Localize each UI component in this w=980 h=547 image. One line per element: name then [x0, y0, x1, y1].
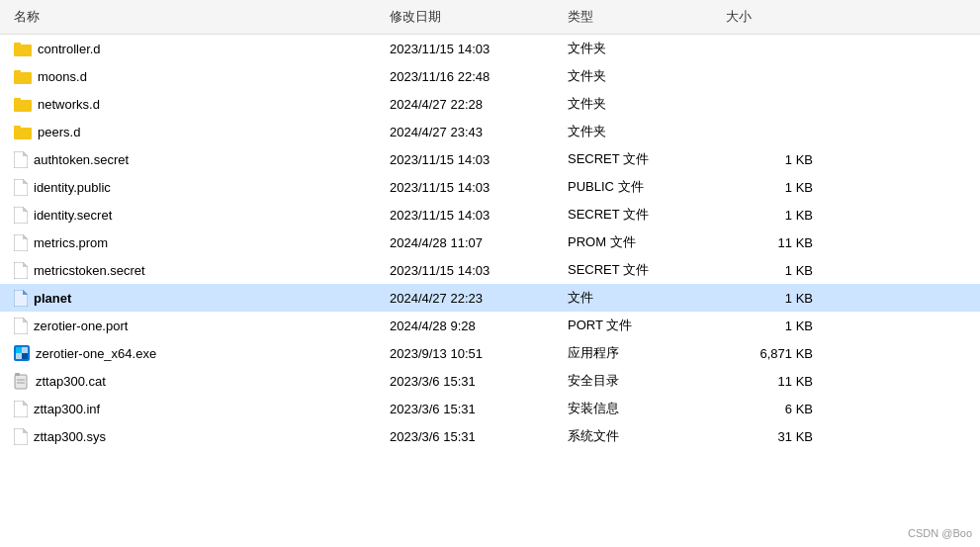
file-type-cell: 文件夹	[562, 38, 720, 59]
table-row[interactable]: metricstoken.secret2023/11/15 14:03SECRE…	[0, 256, 980, 284]
file-size-cell: 31 KB	[720, 427, 819, 446]
file-type-cell: PROM 文件	[562, 231, 720, 253]
svg-marker-18	[14, 290, 28, 307]
file-name-cell: zerotier-one_x64.exe	[8, 343, 384, 363]
file-size-cell	[720, 102, 819, 106]
file-size-cell: 1 KB	[720, 150, 819, 169]
svg-marker-14	[14, 234, 28, 251]
file-icon	[14, 262, 28, 279]
svg-rect-23	[16, 347, 22, 353]
file-size-cell: 1 KB	[720, 261, 819, 280]
file-name-label: zerotier-one.port	[34, 319, 128, 333]
file-date-cell: 2023/9/13 10:51	[384, 344, 562, 363]
svg-marker-19	[23, 290, 28, 295]
file-name-cell: metrics.prom	[8, 232, 384, 253]
svg-marker-15	[23, 234, 28, 239]
file-icon	[14, 401, 28, 417]
folder-icon	[14, 97, 32, 112]
table-row[interactable]: networks.d2024/4/27 22:28文件夹	[0, 90, 980, 118]
file-name-cell: identity.public	[8, 177, 384, 198]
svg-marker-32	[23, 401, 28, 406]
file-type-cell: 文件夹	[562, 65, 720, 87]
table-row[interactable]: zttap300.cat2023/3/6 15:31安全目录11 KB	[0, 367, 980, 395]
table-row[interactable]: identity.secret2023/11/15 14:03SECRET 文件…	[0, 201, 980, 228]
file-date-cell: 2024/4/27 22:28	[384, 95, 562, 114]
file-date-cell: 2023/3/6 15:31	[384, 372, 562, 391]
file-blue-icon	[14, 290, 28, 307]
folder-icon	[14, 42, 32, 56]
file-name-cell: zttap300.inf	[8, 399, 384, 419]
table-row[interactable]: controller.d2023/11/15 14:03文件夹	[0, 35, 980, 62]
file-name-label: planet	[34, 291, 71, 306]
file-name-cell: zttap300.sys	[8, 426, 384, 447]
header-name[interactable]: 名称	[8, 4, 384, 30]
file-date-cell: 2024/4/28 9:28	[384, 317, 562, 335]
svg-rect-7	[14, 126, 21, 130]
file-size-cell: 1 KB	[720, 178, 819, 197]
file-size-cell: 1 KB	[720, 289, 819, 308]
svg-marker-31	[14, 401, 28, 417]
file-name-cell: metricstoken.secret	[8, 260, 384, 281]
file-type-cell: 安全目录	[562, 370, 720, 392]
file-name-cell: zerotier-one.port	[8, 316, 384, 336]
file-name-cell: zttap300.cat	[8, 371, 384, 391]
svg-marker-9	[23, 151, 28, 156]
table-row[interactable]: peers.d2024/4/27 23:43文件夹	[0, 118, 980, 145]
table-row[interactable]: metrics.prom2024/4/28 11:07PROM 文件11 KB	[0, 228, 980, 256]
file-name-cell: authtoken.secret	[8, 149, 384, 170]
file-date-cell: 2023/11/15 14:03	[384, 40, 562, 58]
file-type-cell: PUBLIC 文件	[562, 176, 720, 198]
table-row[interactable]: identity.public2023/11/15 14:03PUBLIC 文件…	[0, 173, 980, 201]
file-name-cell: controller.d	[8, 40, 384, 58]
svg-marker-17	[23, 262, 28, 267]
file-type-cell: 安装信息	[562, 398, 720, 419]
file-type-cell: SECRET 文件	[562, 204, 720, 226]
svg-marker-33	[14, 428, 28, 445]
file-rows: controller.d2023/11/15 14:03文件夹 moons.d2…	[0, 35, 980, 450]
file-name-cell: identity.secret	[8, 205, 384, 226]
file-type-cell: 文件夹	[562, 121, 720, 142]
file-name-cell: moons.d	[8, 67, 384, 86]
file-date-cell: 2023/11/16 22:48	[384, 67, 562, 86]
folder-icon	[14, 69, 32, 84]
table-row[interactable]: zttap300.inf2023/3/6 15:31安装信息6 KB	[0, 395, 980, 422]
table-row[interactable]: moons.d2023/11/16 22:48文件夹	[0, 62, 980, 90]
table-row[interactable]: planet2024/4/27 22:23文件1 KB	[0, 284, 980, 312]
file-name-label: metrics.prom	[34, 235, 108, 250]
file-date-cell: 2024/4/28 11:07	[384, 233, 562, 252]
cat-icon	[14, 373, 30, 390]
table-row[interactable]: zerotier-one_x64.exe2023/9/13 10:51应用程序6…	[0, 339, 980, 367]
header-type[interactable]: 类型	[562, 4, 720, 30]
svg-marker-10	[14, 179, 28, 196]
table-row[interactable]: zerotier-one.port2024/4/28 9:28PORT 文件1 …	[0, 312, 980, 339]
file-name-label: controller.d	[38, 42, 101, 56]
table-row[interactable]: authtoken.secret2023/11/15 14:03SECRET 文…	[0, 145, 980, 173]
svg-marker-13	[23, 207, 28, 212]
svg-rect-25	[16, 353, 22, 359]
file-name-cell: peers.d	[8, 123, 384, 141]
file-name-label: authtoken.secret	[34, 152, 129, 167]
header-size[interactable]: 大小	[720, 4, 819, 30]
table-row[interactable]: zttap300.sys2023/3/6 15:31系统文件31 KB	[0, 422, 980, 450]
file-name-label: moons.d	[38, 69, 87, 84]
svg-rect-27	[15, 375, 27, 389]
svg-marker-16	[14, 262, 28, 279]
file-name-label: peers.d	[38, 125, 80, 139]
file-size-cell: 1 KB	[720, 317, 819, 335]
svg-rect-3	[14, 70, 21, 74]
watermark: CSDN @Boo	[908, 527, 972, 539]
file-date-cell: 2023/11/15 14:03	[384, 178, 562, 197]
file-type-cell: SECRET 文件	[562, 259, 720, 281]
file-date-cell: 2024/4/27 23:43	[384, 123, 562, 141]
file-name-label: zttap300.cat	[36, 374, 106, 389]
file-date-cell: 2023/11/15 14:03	[384, 261, 562, 280]
file-size-cell	[720, 130, 819, 134]
file-size-cell: 11 KB	[720, 372, 819, 391]
exe-icon	[14, 345, 30, 361]
svg-rect-1	[14, 43, 21, 46]
svg-marker-34	[23, 428, 28, 433]
header-date[interactable]: 修改日期	[384, 4, 562, 30]
svg-marker-8	[14, 151, 28, 168]
file-name-label: networks.d	[38, 97, 100, 112]
svg-marker-21	[23, 318, 28, 322]
